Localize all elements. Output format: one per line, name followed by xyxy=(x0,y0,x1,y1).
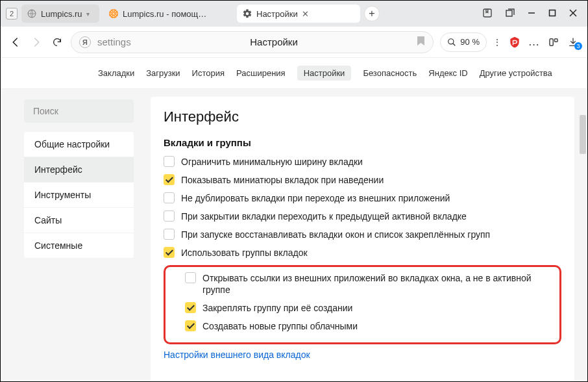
nav-history[interactable]: История xyxy=(192,68,225,78)
bookmark-icon[interactable] xyxy=(417,36,425,48)
chevron-down-icon[interactable]: ▾ xyxy=(86,10,90,18)
checkbox[interactable] xyxy=(164,192,175,203)
toolbar: Я settings Настройки 90 % ⋮ … xyxy=(1,27,587,58)
tab-label: Настройки xyxy=(256,9,298,19)
extensions-icon[interactable] xyxy=(547,36,560,49)
new-tab-button[interactable]: + xyxy=(364,6,380,21)
option-label: Открывать ссылки из внешних приложений в… xyxy=(202,272,554,296)
search-placeholder: Поиск xyxy=(33,106,58,116)
close-window-button[interactable] xyxy=(569,8,577,19)
back-button[interactable] xyxy=(8,35,23,49)
tab-count-badge[interactable]: 2 xyxy=(6,8,18,19)
scrollbar-thumb[interactable] xyxy=(580,115,586,154)
option-use-tab-groups[interactable]: Использовать группы вкладок xyxy=(164,247,561,259)
tab-lumpics-1[interactable]: Lumpics.ru ▾ xyxy=(21,5,99,23)
sidebar-item-sites[interactable]: Сайты xyxy=(24,208,134,233)
svg-rect-6 xyxy=(550,10,556,16)
svg-rect-11 xyxy=(550,38,553,45)
yandex-icon: Я xyxy=(79,36,91,48)
settings-sidebar: Поиск Общие настройки Интерфейс Инструме… xyxy=(1,89,140,382)
globe-icon xyxy=(27,8,37,19)
option-restore-on-launch[interactable]: При запуске восстанавливать вкладки окон… xyxy=(164,229,561,240)
settings-search-input[interactable]: Поиск xyxy=(24,99,134,123)
sidebar-item-general[interactable]: Общие настройки xyxy=(24,132,134,157)
svg-rect-12 xyxy=(555,38,558,42)
checkbox[interactable] xyxy=(164,156,175,167)
tab-label: Lumpics.ru - помощь с ко xyxy=(123,9,207,19)
option-close-goto-prev[interactable]: При закрытии вкладки переходить к предыд… xyxy=(164,210,561,222)
highlighted-subsection: Открывать ссылки из внешних приложений в… xyxy=(164,265,561,344)
nav-yandex-id[interactable]: Яндекс ID xyxy=(428,68,467,78)
tab-lumpics-2[interactable]: Lumpics.ru - помощь с ко xyxy=(103,5,233,23)
checkbox[interactable] xyxy=(185,272,196,283)
option-label: Создавать новые группы облачными xyxy=(202,320,358,332)
nav-extensions[interactable]: Расширения xyxy=(236,68,286,78)
svg-point-9 xyxy=(448,38,454,44)
option-label: Не дублировать вкладки при переходе из в… xyxy=(181,192,450,204)
omnibox-title: Настройки xyxy=(138,36,411,47)
option-label: Показывать миниатюры вкладок при наведен… xyxy=(181,174,384,186)
downloads-icon[interactable] xyxy=(567,36,580,49)
checkbox[interactable] xyxy=(164,210,175,222)
kebab-menu-icon[interactable]: ⋮ xyxy=(493,38,502,47)
nav-bookmarks[interactable]: Закладки xyxy=(98,68,134,78)
sidebar-item-interface[interactable]: Интерфейс xyxy=(24,157,134,183)
option-label: При закрытии вкладки переходить к предыд… xyxy=(181,210,467,222)
suboption-pin-group-on-create[interactable]: Закреплять группу при её создании xyxy=(185,302,554,314)
nav-security[interactable]: Безопасность xyxy=(363,68,417,78)
nav-settings[interactable]: Настройки xyxy=(297,66,352,81)
option-label: Ограничить минимальную ширину вкладки xyxy=(181,156,363,168)
checkbox[interactable] xyxy=(185,320,196,331)
sidebar-item-tools[interactable]: Инструменты xyxy=(24,183,134,208)
tab-appearance-link[interactable]: Настройки внешнего вида вкладок xyxy=(164,350,561,360)
zoom-indicator[interactable]: 90 % xyxy=(440,32,487,52)
nav-other-devices[interactable]: Другие устройства xyxy=(480,68,552,78)
omnibox-url: settings xyxy=(97,36,131,47)
suboption-open-external-in-window[interactable]: Открывать ссылки из внешних приложений в… xyxy=(185,272,554,296)
suboption-cloud-groups[interactable]: Создавать новые группы облачными xyxy=(185,320,554,332)
option-label: Закреплять группу при её создании xyxy=(202,302,352,314)
checkbox[interactable] xyxy=(164,247,175,258)
svg-rect-4 xyxy=(506,10,512,16)
window-controls xyxy=(482,8,582,20)
adblock-icon[interactable] xyxy=(508,36,521,49)
nav-downloads[interactable]: Загрузки xyxy=(146,68,180,78)
option-no-duplicate-external[interactable]: Не дублировать вкладки при переходе из в… xyxy=(164,192,561,204)
maximize-button[interactable] xyxy=(548,8,556,19)
content-area: Поиск Общие настройки Интерфейс Инструме… xyxy=(1,89,587,382)
tab-label: Lumpics.ru xyxy=(41,9,82,19)
settings-page-nav: Закладки Загрузки История Расширения Нас… xyxy=(1,58,587,89)
tab-settings-active[interactable]: Настройки ✕ xyxy=(237,5,360,23)
maximize-alt-icon[interactable] xyxy=(506,8,515,19)
sidebar-item-system[interactable]: Системные xyxy=(24,233,134,258)
forward-button[interactable] xyxy=(29,35,43,49)
omnibox[interactable]: Я settings Настройки xyxy=(71,31,434,53)
checkbox[interactable] xyxy=(164,174,175,185)
minimize-button[interactable] xyxy=(528,8,535,19)
option-label: При запуске восстанавливать вкладки окон… xyxy=(181,229,490,240)
titlebar: 2 Lumpics.ru ▾ Lumpics.ru - помощь с ко … xyxy=(1,1,587,27)
dots-horizontal-icon[interactable]: … xyxy=(528,36,541,49)
bookmark-panel-icon[interactable] xyxy=(482,8,493,20)
zoom-value: 90 % xyxy=(460,37,480,47)
option-min-tab-width[interactable]: Ограничить минимальную ширину вкладки xyxy=(164,156,561,168)
subsection-heading: Вкладки и группы xyxy=(164,137,561,148)
option-tab-thumbnails[interactable]: Показывать миниатюры вкладок при наведен… xyxy=(164,174,561,186)
svg-line-10 xyxy=(453,43,456,45)
settings-categories: Общие настройки Интерфейс Инструменты Са… xyxy=(24,132,134,258)
option-label: Использовать группы вкладок xyxy=(181,247,308,259)
settings-main-panel: Интерфейс Вкладки и группы Ограничить ми… xyxy=(151,97,574,382)
section-heading: Интерфейс xyxy=(164,108,561,125)
gear-icon xyxy=(242,8,252,19)
magnifier-icon xyxy=(447,38,456,47)
checkbox[interactable] xyxy=(185,302,196,313)
reload-button[interactable] xyxy=(50,35,64,49)
checkbox[interactable] xyxy=(164,229,175,240)
close-icon[interactable]: ✕ xyxy=(302,9,309,19)
orange-icon xyxy=(108,8,119,19)
